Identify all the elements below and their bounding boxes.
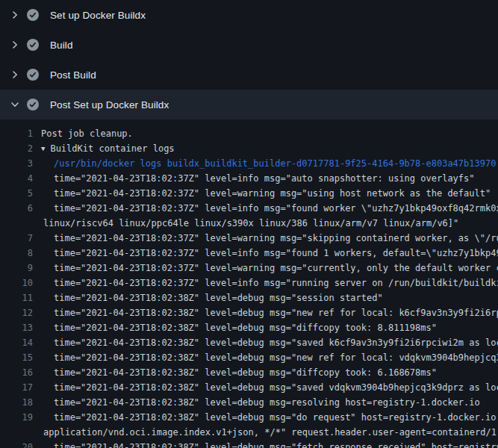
step-row-1[interactable]: Build — [0, 30, 498, 60]
line-number[interactable]: 8 — [0, 246, 33, 261]
line-text-content: time="2021-04-23T18:02:37Z" level=info m… — [54, 203, 498, 214]
log-line[interactable]: 2 ▼BuildKit container logs — [0, 141, 498, 156]
line-text-content: linux/riscv64 linux/ppc64le linux/s390x … — [43, 218, 458, 228]
workflow-log-viewer: Set up Docker Buildx Build — [0, 0, 498, 448]
line-number[interactable]: 14 — [0, 335, 33, 350]
line-number[interactable]: 2 — [0, 141, 33, 156]
log-area: 1 Post job cleanup. 2 ▼BuildKit containe… — [0, 119, 498, 448]
chevron-right-icon[interactable] — [9, 69, 21, 81]
step-row-3[interactable]: Post Set up Docker Buildx — [0, 90, 498, 119]
line-number[interactable]: 7 — [0, 231, 33, 246]
line-number[interactable]: 11 — [0, 290, 33, 305]
line-number[interactable]: 19 — [0, 410, 33, 425]
line-number[interactable]: 17 — [0, 380, 33, 395]
check-circle-icon — [27, 39, 39, 51]
steps-list: Set up Docker Buildx Build — [0, 0, 498, 119]
line-text: time="2021-04-23T18:02:38Z" level=debug … — [33, 335, 498, 350]
line-text: time="2021-04-23T18:02:37Z" level=info m… — [33, 171, 475, 186]
line-number[interactable]: 6 — [0, 201, 33, 216]
log-line[interactable]: 8 time="2021-04-23T18:02:37Z" level=info… — [0, 246, 498, 261]
line-text: time="2021-04-23T18:02:38Z" level=debug … — [33, 395, 480, 410]
check-circle-icon — [27, 69, 39, 81]
line-text: time="2021-04-23T18:02:38Z" level=debug … — [33, 290, 383, 305]
log-line[interactable]: 9 time="2021-04-23T18:02:37Z" level=warn… — [0, 261, 498, 276]
line-number[interactable]: 9 — [0, 261, 33, 276]
line-number[interactable]: 12 — [0, 305, 33, 320]
log-line[interactable]: 18 time="2021-04-23T18:02:38Z" level=deb… — [0, 395, 498, 410]
line-text: /usr/bin/docker logs buildx_buildkit_bui… — [33, 156, 496, 171]
line-number[interactable]: 18 — [0, 395, 33, 410]
log-line[interactable]: 20 time="2021-04-23T18:02:38Z" level=deb… — [0, 440, 498, 448]
line-text-content: time="2021-04-23T18:02:37Z" level=warnin… — [54, 233, 498, 243]
line-text: ▼BuildKit container logs — [33, 141, 175, 156]
line-text-content: Post job cleanup. — [41, 128, 133, 139]
step-row-0[interactable]: Set up Docker Buildx — [0, 0, 498, 30]
log-line[interactable]: 12 time="2021-04-23T18:02:38Z" level=deb… — [0, 305, 498, 320]
check-circle-icon — [27, 9, 39, 21]
log-line[interactable]: linux/riscv64 linux/ppc64le linux/s390x … — [0, 216, 498, 231]
log-line[interactable]: 11 time="2021-04-23T18:02:38Z" level=deb… — [0, 290, 498, 305]
log-line[interactable]: 6 time="2021-04-23T18:02:37Z" level=info… — [0, 201, 498, 216]
line-number[interactable]: 16 — [0, 365, 33, 380]
log-line[interactable]: 14 time="2021-04-23T18:02:38Z" level=deb… — [0, 335, 498, 350]
line-number[interactable]: 5 — [0, 186, 33, 201]
collapse-triangle-icon[interactable]: ▼ — [41, 145, 45, 152]
line-number[interactable] — [0, 216, 33, 231]
log-line[interactable]: 13 time="2021-04-23T18:02:38Z" level=deb… — [0, 320, 498, 335]
line-text: time="2021-04-23T18:02:38Z" level=debug … — [33, 410, 498, 425]
log-line[interactable]: 19 time="2021-04-23T18:02:38Z" level=deb… — [0, 410, 498, 425]
line-text-content: BuildKit container logs — [50, 143, 174, 154]
line-text-content: /usr/bin/docker logs buildx_buildkit_bui… — [54, 158, 496, 169]
line-text: time="2021-04-23T18:02:38Z" level=debug … — [33, 320, 437, 335]
line-text-content: time="2021-04-23T18:02:38Z" level=debug … — [54, 352, 498, 363]
log-line[interactable]: 3 /usr/bin/docker logs buildx_buildkit_b… — [0, 156, 498, 171]
log-line[interactable]: 7 time="2021-04-23T18:02:37Z" level=warn… — [0, 231, 498, 246]
line-number[interactable]: 20 — [0, 440, 33, 448]
log-line[interactable]: 5 time="2021-04-23T18:02:37Z" level=warn… — [0, 186, 498, 201]
step-label: Post Build — [50, 69, 96, 81]
line-text: time="2021-04-23T18:02:37Z" level=warnin… — [33, 231, 498, 246]
line-text-content: time="2021-04-23T18:02:38Z" level=debug … — [54, 293, 383, 303]
line-text: time="2021-04-23T18:02:37Z" level=warnin… — [33, 186, 491, 201]
line-text: application/vnd.oci.image.index.v1+json,… — [33, 425, 498, 440]
line-text-content: time="2021-04-23T18:02:38Z" level=debug … — [54, 397, 480, 408]
line-text: Post job cleanup. — [33, 126, 133, 141]
log-line[interactable]: 15 time="2021-04-23T18:02:38Z" level=deb… — [0, 350, 498, 365]
step-label: Set up Docker Buildx — [50, 10, 146, 21]
line-number[interactable]: 1 — [0, 126, 33, 141]
line-text: time="2021-04-23T18:02:38Z" level=debug … — [33, 365, 437, 380]
line-text: time="2021-04-23T18:02:37Z" level=info m… — [33, 201, 498, 216]
line-text-content: time="2021-04-23T18:02:37Z" level=info m… — [54, 173, 475, 184]
line-text: time="2021-04-23T18:02:37Z" level=info m… — [33, 276, 498, 290]
line-text-content: application/vnd.oci.image.index.v1+json,… — [43, 427, 498, 438]
line-text: time="2021-04-23T18:02:37Z" level=warnin… — [33, 261, 498, 276]
line-text: linux/riscv64 linux/ppc64le linux/s390x … — [33, 216, 458, 231]
line-number[interactable]: 15 — [0, 350, 33, 365]
line-text-content: time="2021-04-23T18:02:38Z" level=debug … — [54, 382, 498, 393]
line-text: time="2021-04-23T18:02:37Z" level=info m… — [33, 246, 498, 261]
line-number[interactable]: 4 — [0, 171, 33, 186]
log-line[interactable]: 4 time="2021-04-23T18:02:37Z" level=info… — [0, 171, 498, 186]
chevron-right-icon[interactable] — [9, 39, 21, 51]
line-text-content: time="2021-04-23T18:02:38Z" level=debug … — [54, 308, 498, 318]
chevron-right-icon[interactable] — [9, 9, 21, 21]
log-line[interactable]: 17 time="2021-04-23T18:02:38Z" level=deb… — [0, 380, 498, 395]
line-text-content: time="2021-04-23T18:02:37Z" level=warnin… — [54, 188, 491, 199]
log-line[interactable]: 1 Post job cleanup. — [0, 126, 498, 141]
step-row-2[interactable]: Post Build — [0, 60, 498, 90]
line-text-content: time="2021-04-23T18:02:38Z" level=debug … — [54, 367, 437, 378]
log-line[interactable]: 10 time="2021-04-23T18:02:37Z" level=inf… — [0, 276, 498, 290]
line-number[interactable]: 10 — [0, 276, 33, 290]
log-line[interactable]: 16 time="2021-04-23T18:02:38Z" level=deb… — [0, 365, 498, 380]
chevron-down-icon[interactable] — [9, 99, 21, 111]
line-text-content: time="2021-04-23T18:02:37Z" level=info m… — [54, 278, 498, 288]
line-number[interactable]: 13 — [0, 320, 33, 335]
line-number[interactable] — [0, 425, 33, 440]
line-text-content: time="2021-04-23T18:02:38Z" level=debug … — [54, 337, 498, 348]
log-line[interactable]: application/vnd.oci.image.index.v1+json,… — [0, 425, 498, 440]
line-text: time="2021-04-23T18:02:38Z" level=debug … — [33, 305, 498, 320]
line-number[interactable]: 3 — [0, 156, 33, 171]
line-text-content: time="2021-04-23T18:02:37Z" level=warnin… — [54, 263, 498, 273]
line-text: time="2021-04-23T18:02:38Z" level=debug … — [33, 440, 498, 448]
step-label: Build — [50, 40, 73, 51]
